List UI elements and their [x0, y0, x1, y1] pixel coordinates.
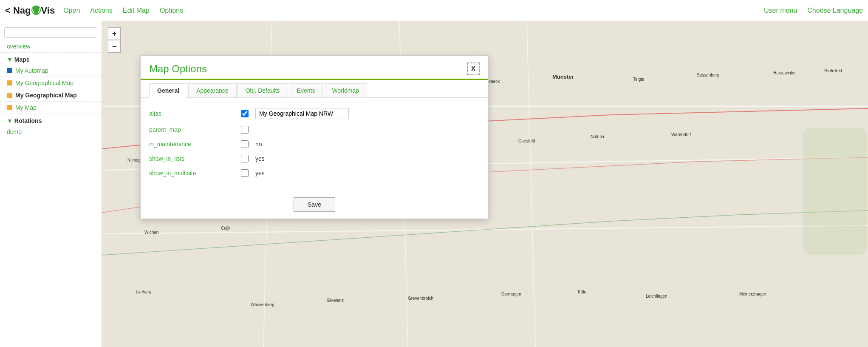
- alias-label: alias: [149, 110, 234, 117]
- map-area[interactable]: Arnhem Doetinchem Winterswijk Stadtlohn …: [102, 21, 868, 347]
- form-row-in-maintenance: in_maintenance no: [149, 140, 480, 148]
- top-navigation: < NagVis Open Actions Edit Map Options U…: [0, 0, 868, 21]
- form-row-show-in-multisite: show_in_multisite yes: [149, 169, 480, 177]
- geo-map-2-icon: [7, 93, 12, 98]
- parent-map-checkbox[interactable]: [241, 126, 249, 134]
- show-in-multisite-value: yes: [255, 170, 265, 176]
- maps-arrow-icon: ▼: [7, 56, 13, 63]
- in-maintenance-label: in_maintenance: [149, 141, 234, 148]
- my-map-icon: [7, 105, 12, 110]
- show-in-multisite-checkbox[interactable]: [241, 169, 249, 177]
- form-row-alias: alias: [149, 108, 480, 119]
- options-link[interactable]: Options: [160, 7, 183, 14]
- map-options-modal: Map Options X General Appearance Obj. De…: [140, 55, 489, 219]
- sidebar-search-input[interactable]: [4, 27, 97, 38]
- logo: < NagVis: [5, 5, 55, 16]
- show-in-lists-label: show_in_lists: [149, 155, 234, 162]
- sidebar-item-my-geo-map-1[interactable]: My Geographical Map: [0, 77, 102, 89]
- form-row-parent-map: parent_map: [149, 126, 480, 134]
- right-links: User menu Choose Language: [764, 7, 863, 14]
- sidebar-rotations-header[interactable]: ▼Rotations: [0, 114, 102, 126]
- modal-title: Map Options: [149, 63, 207, 75]
- alias-input[interactable]: [255, 108, 349, 119]
- show-in-lists-checkbox[interactable]: [241, 155, 249, 162]
- sidebar-item-my-map[interactable]: My Map: [0, 102, 102, 114]
- modal-close-button[interactable]: X: [467, 63, 480, 75]
- automap-icon: [7, 68, 12, 73]
- user-menu-link[interactable]: User menu: [764, 7, 797, 14]
- tab-obj-defaults[interactable]: Obj. Defaults: [237, 83, 288, 97]
- tab-worldmap[interactable]: Worldmap: [324, 83, 367, 97]
- tab-appearance[interactable]: Appearance: [188, 83, 237, 97]
- open-link[interactable]: Open: [63, 7, 80, 14]
- choose-language-link[interactable]: Choose Language: [807, 7, 863, 14]
- rotations-arrow-icon: ▼: [7, 117, 13, 124]
- save-row: Save: [141, 192, 488, 219]
- geo-map-1-icon: [7, 80, 12, 85]
- alias-checkbox[interactable]: [241, 110, 249, 117]
- modal-body: alias parent_map in_maintenance no: [141, 98, 488, 192]
- in-maintenance-checkbox[interactable]: [241, 140, 249, 148]
- show-in-lists-value: yes: [255, 155, 265, 162]
- actions-link[interactable]: Actions: [90, 7, 112, 14]
- nav-links: Open Actions Edit Map Options: [63, 7, 764, 14]
- modal-overlay: Map Options X General Appearance Obj. De…: [102, 21, 868, 347]
- sidebar-item-my-automap[interactable]: My Automap: [0, 65, 102, 77]
- sidebar: overview ▼Maps My Automap My Geographica…: [0, 21, 102, 347]
- tab-events[interactable]: Events: [289, 83, 323, 97]
- sidebar-maps-header[interactable]: ▼Maps: [0, 53, 102, 65]
- sidebar-item-my-geo-map-2[interactable]: My Geographical Map: [0, 89, 102, 102]
- main-layout: overview ▼Maps My Automap My Geographica…: [0, 21, 868, 347]
- modal-header: Map Options X: [141, 56, 488, 80]
- show-in-multisite-label: show_in_multisite: [149, 170, 234, 176]
- edit-map-link[interactable]: Edit Map: [123, 7, 150, 14]
- sidebar-overview[interactable]: overview: [0, 40, 102, 53]
- modal-tabs: General Appearance Obj. Defaults Events …: [141, 80, 488, 98]
- save-button[interactable]: Save: [294, 197, 335, 212]
- form-row-show-in-lists: show_in_lists yes: [149, 155, 480, 162]
- in-maintenance-value: no: [255, 141, 262, 148]
- tab-general[interactable]: General: [149, 83, 187, 98]
- parent-map-label: parent_map: [149, 126, 234, 133]
- sidebar-item-demo[interactable]: demo: [0, 126, 102, 138]
- sidebar-search-area: [0, 25, 102, 40]
